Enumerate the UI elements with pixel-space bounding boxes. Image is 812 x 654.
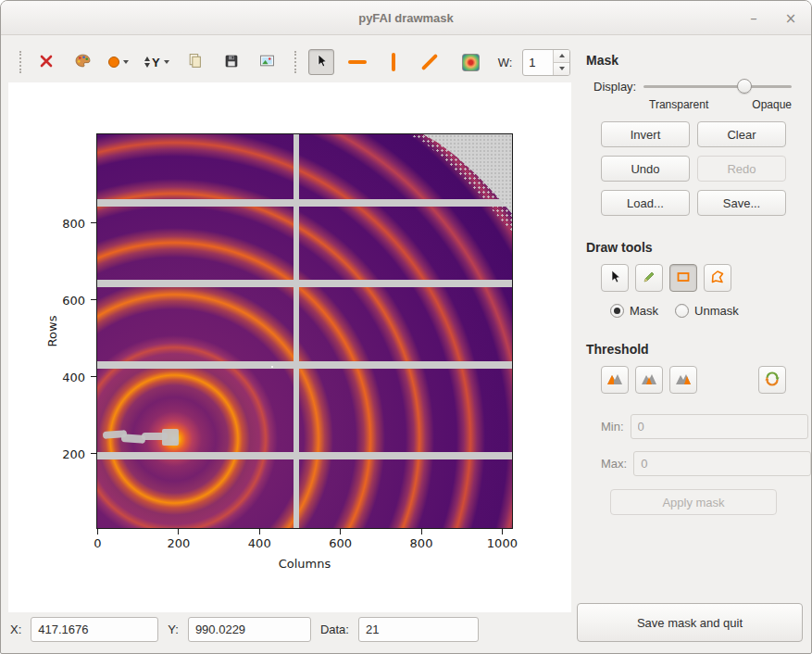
radio-unselected-icon bbox=[675, 304, 689, 318]
image-preview-icon bbox=[259, 53, 275, 71]
mask-display-slider[interactable] bbox=[643, 78, 792, 94]
y-tick: 400 bbox=[91, 376, 96, 377]
marker-color-button[interactable] bbox=[106, 49, 131, 75]
y-coordinate-label: Y: bbox=[168, 623, 179, 636]
transparent-label: Transparent bbox=[649, 98, 708, 111]
redo-button[interactable]: Redo bbox=[697, 156, 786, 182]
x-axis-label: Columns bbox=[279, 557, 331, 571]
plot-panel: Columns Rows 020040060080010002004006008… bbox=[8, 82, 571, 612]
spin-down-icon bbox=[559, 67, 565, 70]
browse-tool-button[interactable] bbox=[601, 264, 629, 292]
slider-handle[interactable] bbox=[737, 79, 752, 94]
y-axis-label: Rows bbox=[44, 134, 62, 528]
mask-panel: Mask Display: Transparent Opaque Invert … bbox=[577, 53, 803, 515]
clear-button[interactable]: Clear bbox=[697, 121, 786, 147]
width-decrement-button[interactable] bbox=[554, 62, 569, 75]
y-tick: 800 bbox=[91, 222, 96, 223]
y-axis-orientation-button[interactable]: Y bbox=[142, 49, 172, 75]
copy-button[interactable] bbox=[182, 49, 208, 75]
min-label: Min: bbox=[601, 420, 624, 434]
app-window: pyFAI drawmask – × bbox=[0, 0, 812, 654]
palette-icon bbox=[75, 53, 91, 71]
histogram-between-icon bbox=[641, 372, 657, 388]
detector-image[interactable] bbox=[97, 134, 512, 528]
x-tick: 600 bbox=[340, 529, 341, 535]
mask-between-threshold-button[interactable] bbox=[635, 366, 663, 394]
mask-above-threshold-button[interactable] bbox=[669, 366, 697, 394]
width-input[interactable] bbox=[523, 50, 553, 75]
invert-button[interactable]: Invert bbox=[601, 121, 690, 147]
minimize-button[interactable]: – bbox=[743, 7, 765, 30]
width-label: W: bbox=[498, 56, 513, 69]
masked-corner bbox=[97, 134, 512, 528]
colormap-button[interactable] bbox=[69, 49, 95, 75]
x-coordinate-field[interactable] bbox=[31, 617, 158, 642]
line-tool-button[interactable] bbox=[417, 49, 443, 75]
detector-gap bbox=[97, 280, 512, 287]
slider-track bbox=[643, 85, 792, 88]
display-label: Display: bbox=[593, 80, 636, 94]
colormap-preview-button[interactable] bbox=[458, 49, 484, 75]
spin-up-icon bbox=[559, 54, 565, 57]
save-snapshot-button[interactable] bbox=[219, 49, 244, 75]
y-axis-icon: Y bbox=[144, 56, 160, 69]
chevron-down-icon bbox=[123, 60, 129, 64]
mask-radio[interactable]: Mask bbox=[610, 304, 658, 318]
unmask-radio[interactable]: Unmask bbox=[675, 304, 739, 318]
vline-tool-button[interactable] bbox=[381, 49, 406, 75]
close-button[interactable]: × bbox=[780, 7, 802, 30]
horizontal-line-icon bbox=[348, 60, 367, 64]
x-tick: 400 bbox=[259, 529, 260, 535]
reload-button[interactable] bbox=[758, 366, 786, 394]
window-controls: – × bbox=[743, 7, 802, 30]
red-x-icon bbox=[39, 54, 54, 71]
histogram-above-icon bbox=[675, 372, 692, 388]
radio-selected-icon bbox=[610, 304, 624, 318]
chevron-down-icon bbox=[164, 60, 169, 64]
load-button[interactable]: Load... bbox=[601, 190, 690, 216]
polygon-tool-button[interactable] bbox=[704, 264, 731, 292]
print-button[interactable] bbox=[255, 49, 281, 75]
mask-section-title: Mask bbox=[586, 53, 803, 68]
clipboard-icon bbox=[187, 53, 203, 71]
y-tick: 600 bbox=[91, 299, 96, 300]
hline-tool-button[interactable] bbox=[344, 49, 370, 75]
width-spinbox bbox=[522, 49, 570, 76]
y-coordinate-field[interactable] bbox=[188, 617, 311, 642]
x-tick: 800 bbox=[421, 529, 422, 535]
mask-below-threshold-button[interactable] bbox=[601, 366, 629, 394]
pencil-tool-button[interactable] bbox=[635, 264, 663, 292]
plot-toolbar: Y bbox=[8, 42, 571, 82]
statusbar: X: Y: Data: bbox=[10, 617, 479, 642]
apply-mask-button[interactable]: Apply mask bbox=[610, 489, 777, 515]
cursor-icon bbox=[314, 54, 329, 71]
save-button[interactable]: Save... bbox=[697, 190, 786, 216]
save-mask-and-quit-button[interactable]: Save mask and quit bbox=[577, 603, 803, 642]
colormap-thumbnail-icon bbox=[462, 54, 480, 71]
toolbar-grip bbox=[19, 51, 21, 73]
min-input[interactable] bbox=[631, 414, 808, 439]
polygon-icon bbox=[710, 270, 725, 287]
data-value-field[interactable] bbox=[358, 617, 479, 642]
masked-corner-speckle bbox=[97, 134, 512, 528]
detector-gap bbox=[97, 452, 512, 459]
drawn-mask-square bbox=[162, 429, 179, 446]
draw-tools-title: Draw tools bbox=[586, 240, 803, 255]
detector-gap bbox=[97, 199, 512, 207]
pencil-icon bbox=[642, 270, 656, 287]
y-tick: 200 bbox=[91, 453, 96, 454]
titlebar[interactable]: pyFAI drawmask – × bbox=[1, 1, 811, 35]
max-input[interactable] bbox=[633, 451, 811, 476]
undo-button[interactable]: Undo bbox=[601, 156, 690, 182]
max-label: Max: bbox=[601, 457, 627, 471]
width-increment-button[interactable] bbox=[554, 50, 569, 62]
rectangle-tool-button[interactable] bbox=[669, 264, 697, 292]
detector-gap bbox=[294, 134, 299, 528]
diagonal-line-icon bbox=[420, 54, 437, 70]
x-tick: 0 bbox=[97, 529, 98, 535]
refresh-icon bbox=[764, 371, 781, 390]
reset-zoom-button[interactable] bbox=[33, 49, 59, 75]
toolbar-grip bbox=[294, 51, 296, 73]
pointer-tool-button[interactable] bbox=[308, 49, 334, 75]
minimize-icon: – bbox=[750, 10, 757, 27]
